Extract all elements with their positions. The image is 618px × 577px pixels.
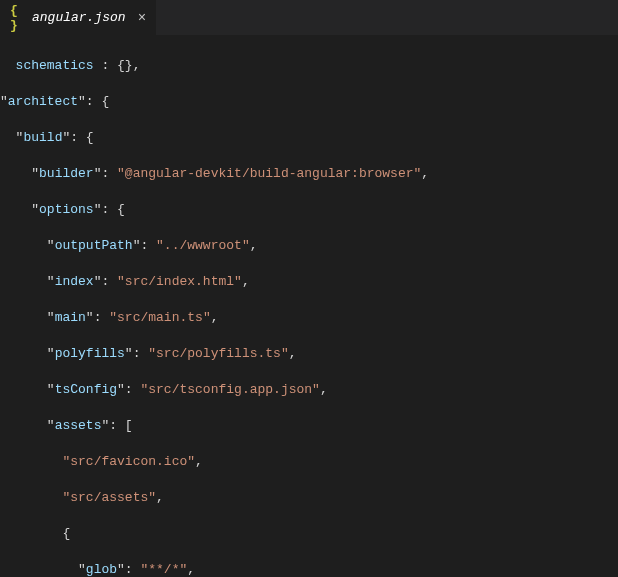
- code-line: "tsConfig": "src/tsconfig.app.json",: [0, 381, 618, 399]
- code-line: "builder": "@angular-devkit/build-angula…: [0, 165, 618, 183]
- code-line: schematics : {},: [0, 57, 618, 75]
- code-line: "options": {: [0, 201, 618, 219]
- code-line: {: [0, 525, 618, 543]
- code-line: "polyfills": "src/polyfills.ts",: [0, 345, 618, 363]
- json-file-icon: { }: [10, 10, 26, 26]
- tab-bar: { } angular.json ×: [0, 0, 618, 35]
- code-line: "architect": {: [0, 93, 618, 111]
- code-line: "glob": "**/*",: [0, 561, 618, 577]
- code-line: "src/assets",: [0, 489, 618, 507]
- code-editor[interactable]: schematics : {}, "architect": { "build":…: [0, 35, 618, 577]
- tab-filename: angular.json: [32, 10, 126, 25]
- tab-angular-json[interactable]: { } angular.json ×: [0, 0, 157, 35]
- code-line: "assets": [: [0, 417, 618, 435]
- code-line: "index": "src/index.html",: [0, 273, 618, 291]
- close-icon[interactable]: ×: [138, 10, 146, 26]
- code-line: "main": "src/main.ts",: [0, 309, 618, 327]
- code-line: "build": {: [0, 129, 618, 147]
- code-line: "outputPath": "../wwwroot",: [0, 237, 618, 255]
- code-line: "src/favicon.ico",: [0, 453, 618, 471]
